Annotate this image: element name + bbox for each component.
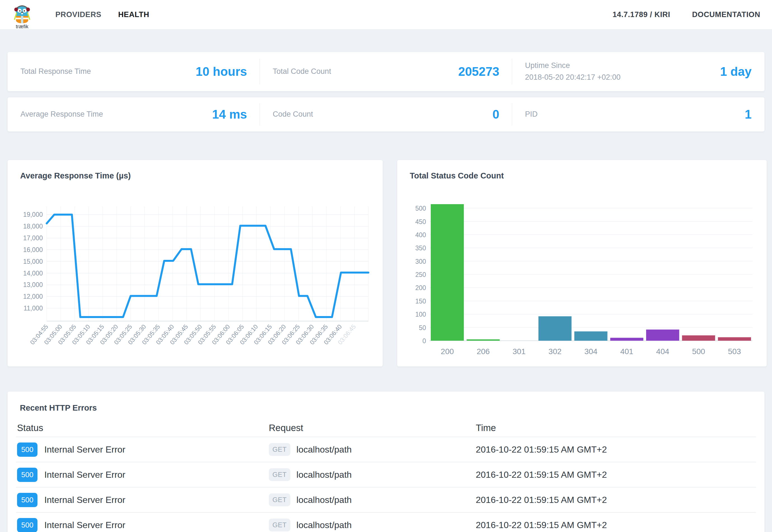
status-cell: 500 Internal Server Error [17, 442, 269, 457]
svg-text:400: 400 [415, 231, 426, 239]
stats-card-totals: Total Response Time 10 hours Total Code … [8, 52, 764, 91]
svg-text:50: 50 [419, 324, 426, 331]
svg-text:16,000: 16,000 [23, 246, 43, 253]
stat-average-response-time: Average Response Time 14 ms [8, 97, 260, 131]
status-text: Internal Server Error [44, 444, 125, 455]
svg-text:401: 401 [620, 347, 633, 356]
request-path: localhost/path [296, 444, 352, 455]
svg-text:250: 250 [415, 271, 426, 278]
svg-text:18,000: 18,000 [23, 223, 43, 230]
stat-value: 1 [745, 107, 752, 121]
logo-text: træfik [16, 24, 29, 29]
http-method-badge: GET [269, 443, 290, 456]
bar-chart-title: Total Status Code Count [410, 171, 754, 180]
stat-total-response-time: Total Response Time 10 hours [8, 52, 260, 91]
svg-text:13,000: 13,000 [23, 281, 43, 288]
stat-value: 1 day [720, 65, 752, 79]
table-row: 500 Internal Server Error GET localhost/… [16, 437, 756, 462]
stat-label: PID [525, 109, 538, 120]
svg-text:19,000: 19,000 [23, 211, 43, 218]
svg-text:11,000: 11,000 [23, 305, 43, 312]
headphone-cup-right [26, 8, 30, 11]
status-code-badge: 500 [17, 468, 37, 482]
uptime-since-datetime: 2018-05-20 20:42:17 +02:00 [525, 72, 621, 83]
status-code-badge: 500 [17, 518, 37, 532]
stats-card-current: Average Response Time 14 ms Code Count 0… [8, 97, 764, 131]
status-text: Internal Server Error [44, 520, 125, 530]
svg-text:300: 300 [415, 258, 426, 265]
stat-label: Average Response Time [20, 109, 103, 120]
error-time: 2016-10-22 01:59:15 AM GMT+2 [476, 444, 755, 455]
stat-label: Code Count [273, 109, 313, 120]
stat-pid: PID 1 [512, 97, 764, 131]
stat-code-count: Code Count 0 [260, 97, 512, 131]
errors-table-body: 500 Internal Server Error GET localhost/… [16, 437, 756, 532]
error-time: 2016-10-22 01:59:15 AM GMT+2 [476, 495, 755, 505]
column-header-status: Status [17, 423, 269, 433]
status-cell: 500 Internal Server Error [17, 518, 269, 532]
table-row: 500 Internal Server Error GET localhost/… [16, 487, 756, 512]
http-method-badge: GET [269, 519, 290, 531]
svg-text:12,000: 12,000 [23, 293, 43, 300]
main-content: Total Response Time 10 hours Total Code … [0, 52, 772, 532]
stat-uptime-since: Uptime Since 2018-05-20 20:42:17 +02:00 … [512, 52, 764, 91]
svg-text:404: 404 [656, 347, 669, 356]
stat-value: 14 ms [212, 107, 247, 121]
svg-text:100: 100 [415, 311, 426, 318]
status-code-badge: 500 [17, 493, 37, 507]
svg-text:301: 301 [512, 347, 526, 356]
request-cell: GET localhost/path [269, 493, 476, 506]
traefik-logo-icon[interactable]: træfik [12, 3, 32, 29]
svg-text:17,000: 17,000 [23, 234, 43, 242]
svg-text:503: 503 [728, 347, 741, 356]
svg-text:150: 150 [415, 298, 426, 305]
error-time: 2016-10-22 01:59:15 AM GMT+2 [476, 520, 755, 530]
avg-response-time-chart-card: Average Response Time (µs) 11,00012,0001… [8, 160, 383, 366]
status-cell: 500 Internal Server Error [17, 468, 269, 482]
errors-table-header: Status Request Time [16, 419, 756, 437]
status-text: Internal Server Error [44, 470, 125, 480]
request-cell: GET localhost/path [269, 468, 476, 481]
errors-table-title: Recent HTTP Errors [16, 392, 756, 419]
avg-response-time-line-chart: 11,00012,00013,00014,00015,00016,00017,0… [20, 185, 370, 366]
status-text: Internal Server Error [44, 495, 125, 505]
navbar: træfik PROVIDERS HEALTH 14.7.1789 / KIRI… [0, 0, 772, 30]
uptime-since-label: Uptime Since [525, 60, 621, 72]
nav-link-health[interactable]: HEALTH [118, 10, 149, 19]
svg-text:206: 206 [477, 347, 490, 356]
status-code-badge: 500 [17, 442, 37, 457]
column-header-time: Time [476, 423, 755, 433]
svg-text:200: 200 [415, 284, 426, 291]
svg-text:200: 200 [441, 347, 454, 356]
svg-text:0: 0 [422, 337, 426, 345]
table-row: 500 Internal Server Error GET localhost/… [16, 512, 756, 532]
stat-label: Total Response Time [20, 66, 91, 77]
svg-text:15,000: 15,000 [23, 258, 43, 265]
http-method-badge: GET [269, 468, 290, 481]
svg-text:304: 304 [584, 347, 597, 356]
status-code-bar-chart: 0501001502002503003504004505002002063013… [410, 185, 754, 366]
request-cell: GET localhost/path [269, 443, 476, 456]
svg-text:350: 350 [415, 244, 426, 252]
stat-label: Uptime Since 2018-05-20 20:42:17 +02:00 [525, 60, 621, 83]
stat-value: 0 [493, 107, 499, 121]
request-cell: GET localhost/path [269, 519, 476, 531]
request-path: localhost/path [296, 495, 352, 505]
column-header-request: Request [269, 423, 476, 433]
stat-label: Total Code Count [273, 66, 331, 77]
svg-text:500: 500 [692, 347, 705, 356]
request-path: localhost/path [296, 470, 352, 480]
charts-row: Average Response Time (µs) 11,00012,0001… [8, 160, 764, 366]
version-label[interactable]: 14.7.1789 / KIRI [613, 10, 670, 19]
request-path: localhost/path [296, 520, 352, 530]
nav-links: PROVIDERS HEALTH [55, 10, 149, 19]
http-method-badge: GET [269, 493, 290, 506]
stat-total-code-count: Total Code Count 205273 [260, 52, 512, 91]
nav-link-documentation[interactable]: DOCUMENTATION [692, 10, 760, 19]
svg-text:450: 450 [415, 218, 426, 225]
status-code-chart-card: Total Status Code Count 0501001502002503… [397, 160, 767, 366]
nav-link-providers[interactable]: PROVIDERS [55, 10, 101, 19]
error-time: 2016-10-22 01:59:15 AM GMT+2 [476, 470, 755, 480]
headphone-cup-left [14, 8, 18, 11]
stat-value: 205273 [458, 65, 499, 79]
